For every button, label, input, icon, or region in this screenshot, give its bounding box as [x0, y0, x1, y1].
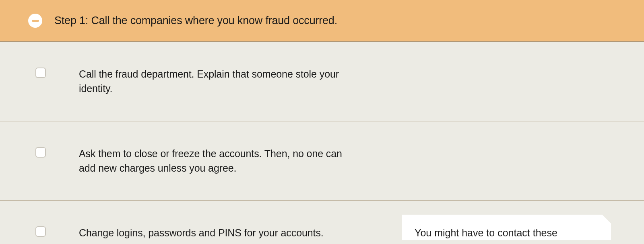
step-header[interactable]: Step 1: Call the companies where you kno… [0, 0, 644, 42]
item-text: Call the fraud department. Explain that … [79, 67, 353, 96]
checkbox-item-2[interactable] [35, 147, 46, 158]
checklist-item: Call the fraud department. Explain that … [0, 42, 644, 121]
collapse-icon[interactable] [28, 14, 42, 28]
checklist-item: Ask them to close or freeze the accounts… [0, 121, 644, 201]
item-text: Change logins, passwords and PINS for yo… [79, 226, 324, 240]
step-title: Step 1: Call the companies where you kno… [54, 14, 337, 27]
checkbox-item-1[interactable] [35, 68, 46, 78]
checklist-item: Change logins, passwords and PINS for yo… [0, 201, 644, 244]
item-text: Ask them to close or freeze the accounts… [79, 146, 353, 176]
checkbox-item-3[interactable] [35, 226, 46, 237]
tooltip-box: You might have to contact these [402, 215, 611, 240]
tooltip-text: You might have to contact these [415, 227, 557, 238]
minus-icon [32, 20, 39, 22]
